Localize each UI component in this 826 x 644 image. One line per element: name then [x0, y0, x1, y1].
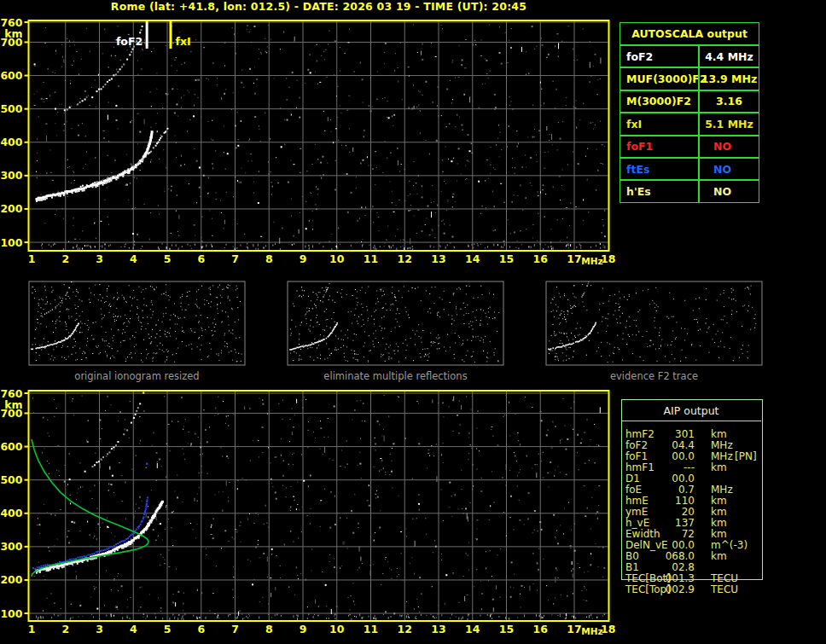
noise-dot [134, 244, 135, 246]
noise-dot [413, 84, 414, 86]
noise-dot [587, 179, 588, 181]
noise-dot [477, 243, 478, 244]
noise-dot [503, 512, 504, 513]
noise-dot [597, 79, 598, 80]
noise-dot [491, 613, 492, 615]
noise-dot [261, 54, 262, 55]
noise-dot [262, 403, 264, 405]
noise-dot [395, 53, 396, 54]
noise-dot [526, 455, 527, 457]
noise-dot [324, 447, 325, 453]
noise-dot [318, 606, 319, 607]
noise-dot [534, 464, 536, 465]
noise-dot [387, 226, 388, 227]
noise-dot [440, 25, 441, 26]
parameter-value: NO [698, 159, 759, 179]
noise-dot [227, 455, 228, 457]
noise-dot [47, 512, 48, 513]
noise-dot [468, 246, 469, 247]
noise-dot [541, 38, 542, 38]
noise-dot [596, 245, 596, 247]
noise-dot [475, 538, 476, 539]
noise-dot [68, 241, 69, 242]
noise-dot [291, 114, 292, 116]
noise-dot [256, 79, 258, 80]
noise-dot [431, 202, 432, 203]
noise-dot [296, 566, 297, 568]
noise-dot [270, 577, 271, 578]
noise-dot [459, 401, 460, 402]
noise-dot [567, 438, 568, 440]
noise-dot [432, 400, 433, 403]
noise-dot [51, 617, 52, 618]
noise-dot [164, 191, 165, 192]
noise-dot [184, 164, 185, 165]
noise-dot [63, 218, 64, 219]
x-tick-label: 1 [28, 623, 36, 635]
parameter-note: [PN] [735, 451, 757, 462]
noise-dot [282, 419, 283, 420]
noise-dot [455, 201, 456, 202]
noise-dot [444, 181, 445, 182]
noise-dot [588, 571, 589, 572]
noise-dot [468, 161, 469, 162]
noise-dot [47, 461, 48, 461]
noise-dot [79, 462, 80, 463]
noise-dot [540, 192, 541, 194]
noise-dot [324, 131, 325, 131]
noise-dot [45, 571, 46, 571]
noise-dot [391, 247, 392, 249]
noise-dot [418, 503, 420, 505]
noise-dot [586, 617, 587, 618]
noise-dot [54, 603, 55, 604]
noise-dot [602, 164, 603, 165]
noise-dot [73, 171, 74, 173]
noise-dot [603, 225, 604, 227]
noise-dot [583, 28, 584, 29]
noise-dot [201, 592, 202, 594]
noise-dot [364, 421, 365, 421]
noise-dot [202, 241, 203, 242]
marker-label-fof2: foF2 [116, 35, 143, 48]
noise-dot [497, 138, 498, 139]
noise-dot [426, 615, 427, 616]
noise-dot [304, 397, 305, 397]
noise-dot [418, 90, 419, 91]
noise-dot [441, 115, 442, 116]
noise-dot [381, 460, 382, 461]
noise-dot [346, 145, 346, 146]
noise-dot [328, 117, 329, 121]
noise-dot [199, 167, 201, 169]
noise-dot [110, 244, 111, 246]
noise-dot [520, 444, 521, 445]
noise-dot [46, 98, 48, 99]
noise-dot [518, 247, 519, 249]
noise-dot [90, 105, 90, 106]
noise-dot [408, 195, 409, 196]
noise-dot [334, 613, 336, 615]
noise-dot [538, 454, 539, 455]
noise-dot [346, 518, 347, 519]
noise-dot [567, 207, 567, 208]
noise-dot [511, 561, 513, 563]
noise-dot [600, 163, 602, 164]
noise-dot [247, 519, 248, 520]
noise-dot [334, 189, 336, 191]
noise-dot [183, 593, 184, 594]
noise-dot [443, 443, 444, 444]
noise-dot [237, 616, 238, 618]
noise-dot [357, 401, 358, 402]
noise-dot [436, 140, 438, 142]
noise-dot [82, 486, 83, 487]
noise-dot [403, 240, 404, 241]
noise-dot [392, 487, 393, 488]
noise-dot [270, 39, 271, 40]
noise-dot [432, 586, 433, 587]
noise-dot [100, 246, 101, 247]
noise-dot [567, 237, 567, 239]
noise-dot [568, 502, 569, 503]
noise-dot [456, 75, 457, 76]
noise-dot [237, 480, 239, 481]
noise-dot [340, 244, 340, 245]
noise-dot [538, 616, 539, 617]
